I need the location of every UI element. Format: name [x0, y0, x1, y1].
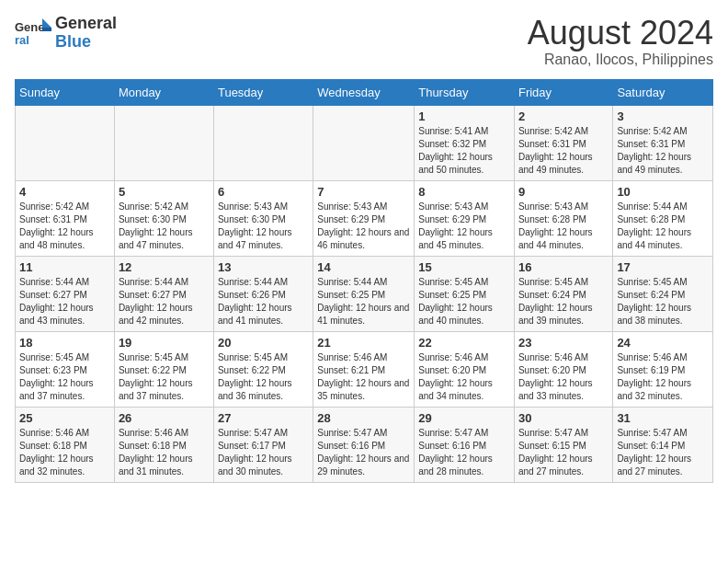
- day-info: Sunrise: 5:42 AM Sunset: 6:31 PM Dayligh…: [19, 201, 110, 252]
- day-info: Sunrise: 5:42 AM Sunset: 6:31 PM Dayligh…: [617, 125, 709, 177]
- day-number: 21: [317, 336, 410, 350]
- calendar-cell: 31Sunrise: 5:47 AM Sunset: 6:14 PM Dayli…: [613, 407, 713, 482]
- day-number: 31: [617, 411, 709, 425]
- calendar-cell: 4Sunrise: 5:42 AM Sunset: 6:31 PM Daylig…: [16, 180, 115, 256]
- svg-marker-2: [42, 18, 51, 28]
- calendar-cell: 14Sunrise: 5:44 AM Sunset: 6:25 PM Dayli…: [313, 256, 415, 331]
- calendar-cell: [313, 105, 415, 180]
- calendar-cell: 3Sunrise: 5:42 AM Sunset: 6:31 PM Daylig…: [613, 105, 713, 180]
- calendar-week-row: 4Sunrise: 5:42 AM Sunset: 6:31 PM Daylig…: [16, 180, 713, 256]
- day-number: 22: [418, 336, 510, 350]
- calendar-cell: 8Sunrise: 5:43 AM Sunset: 6:29 PM Daylig…: [415, 180, 515, 256]
- day-info: Sunrise: 5:41 AM Sunset: 6:32 PM Dayligh…: [418, 125, 510, 177]
- calendar-cell: 7Sunrise: 5:43 AM Sunset: 6:29 PM Daylig…: [313, 180, 415, 256]
- day-info: Sunrise: 5:44 AM Sunset: 6:27 PM Dayligh…: [19, 276, 110, 327]
- day-number: 18: [19, 336, 110, 350]
- day-info: Sunrise: 5:46 AM Sunset: 6:21 PM Dayligh…: [317, 351, 410, 403]
- calendar-cell: [213, 105, 313, 180]
- day-number: 24: [617, 336, 709, 350]
- calendar-cell: [16, 105, 115, 180]
- column-header-monday: Monday: [114, 79, 213, 105]
- calendar-week-row: 1Sunrise: 5:41 AM Sunset: 6:32 PM Daylig…: [16, 105, 713, 180]
- calendar-cell: 19Sunrise: 5:45 AM Sunset: 6:22 PM Dayli…: [114, 331, 213, 407]
- calendar-cell: 12Sunrise: 5:44 AM Sunset: 6:27 PM Dayli…: [114, 256, 213, 331]
- column-header-sunday: Sunday: [16, 79, 115, 105]
- page-subtitle: Ranao, Ilocos, Philippines: [528, 52, 713, 68]
- day-info: Sunrise: 5:43 AM Sunset: 6:28 PM Dayligh…: [518, 201, 609, 252]
- day-number: 23: [518, 336, 609, 350]
- calendar-cell: 24Sunrise: 5:46 AM Sunset: 6:19 PM Dayli…: [613, 331, 713, 407]
- calendar-cell: 30Sunrise: 5:47 AM Sunset: 6:15 PM Dayli…: [514, 407, 612, 482]
- day-info: Sunrise: 5:44 AM Sunset: 6:25 PM Dayligh…: [317, 276, 410, 327]
- day-number: 5: [119, 185, 210, 199]
- calendar-week-row: 25Sunrise: 5:46 AM Sunset: 6:18 PM Dayli…: [16, 407, 713, 482]
- calendar-table: SundayMondayTuesdayWednesdayThursdayFrid…: [15, 79, 713, 483]
- day-info: Sunrise: 5:47 AM Sunset: 6:14 PM Dayligh…: [617, 427, 709, 478]
- day-number: 11: [19, 260, 110, 274]
- column-header-friday: Friday: [514, 79, 612, 105]
- day-info: Sunrise: 5:42 AM Sunset: 6:30 PM Dayligh…: [119, 201, 210, 252]
- day-number: 1: [418, 109, 510, 123]
- calendar-week-row: 18Sunrise: 5:45 AM Sunset: 6:23 PM Dayli…: [16, 331, 713, 407]
- day-number: 16: [518, 260, 609, 274]
- day-info: Sunrise: 5:47 AM Sunset: 6:16 PM Dayligh…: [418, 427, 510, 478]
- day-info: Sunrise: 5:43 AM Sunset: 6:29 PM Dayligh…: [418, 201, 510, 252]
- calendar-cell: 21Sunrise: 5:46 AM Sunset: 6:21 PM Dayli…: [313, 331, 415, 407]
- day-info: Sunrise: 5:47 AM Sunset: 6:15 PM Dayligh…: [518, 427, 609, 478]
- day-number: 19: [119, 336, 210, 350]
- day-number: 4: [19, 185, 110, 199]
- day-info: Sunrise: 5:44 AM Sunset: 6:28 PM Dayligh…: [617, 201, 709, 252]
- day-number: 28: [317, 411, 410, 425]
- day-info: Sunrise: 5:47 AM Sunset: 6:17 PM Dayligh…: [218, 427, 309, 478]
- svg-text:Gene: Gene: [15, 20, 45, 34]
- day-number: 26: [119, 411, 210, 425]
- calendar-cell: 15Sunrise: 5:45 AM Sunset: 6:25 PM Dayli…: [415, 256, 515, 331]
- column-header-thursday: Thursday: [415, 79, 515, 105]
- day-info: Sunrise: 5:45 AM Sunset: 6:24 PM Dayligh…: [617, 276, 709, 327]
- calendar-week-row: 11Sunrise: 5:44 AM Sunset: 6:27 PM Dayli…: [16, 256, 713, 331]
- day-info: Sunrise: 5:42 AM Sunset: 6:31 PM Dayligh…: [518, 125, 609, 177]
- calendar-cell: 23Sunrise: 5:46 AM Sunset: 6:20 PM Dayli…: [514, 331, 612, 407]
- logo-general: General: [55, 14, 117, 32]
- day-info: Sunrise: 5:43 AM Sunset: 6:30 PM Dayligh…: [218, 201, 309, 252]
- calendar-cell: 26Sunrise: 5:46 AM Sunset: 6:18 PM Dayli…: [114, 407, 213, 482]
- calendar-cell: 29Sunrise: 5:47 AM Sunset: 6:16 PM Dayli…: [415, 407, 515, 482]
- calendar-cell: 5Sunrise: 5:42 AM Sunset: 6:30 PM Daylig…: [114, 180, 213, 256]
- day-info: Sunrise: 5:44 AM Sunset: 6:26 PM Dayligh…: [218, 276, 309, 327]
- logo-blue: Blue: [55, 32, 91, 51]
- column-header-tuesday: Tuesday: [213, 79, 313, 105]
- day-number: 10: [617, 185, 709, 199]
- calendar-cell: 27Sunrise: 5:47 AM Sunset: 6:17 PM Dayli…: [213, 407, 313, 482]
- day-info: Sunrise: 5:46 AM Sunset: 6:18 PM Dayligh…: [19, 427, 110, 478]
- day-number: 9: [518, 185, 609, 199]
- day-number: 3: [617, 109, 709, 123]
- logo-icon: Gene ral: [15, 17, 51, 50]
- header: Gene ral General Blue August 2024 Ranao,…: [15, 15, 713, 68]
- calendar-cell: 17Sunrise: 5:45 AM Sunset: 6:24 PM Dayli…: [613, 256, 713, 331]
- day-number: 27: [218, 411, 309, 425]
- day-info: Sunrise: 5:45 AM Sunset: 6:23 PM Dayligh…: [19, 351, 110, 403]
- calendar-header-row: SundayMondayTuesdayWednesdayThursdayFrid…: [16, 79, 713, 105]
- day-info: Sunrise: 5:46 AM Sunset: 6:19 PM Dayligh…: [617, 351, 709, 403]
- day-number: 13: [218, 260, 309, 274]
- calendar-cell: 9Sunrise: 5:43 AM Sunset: 6:28 PM Daylig…: [514, 180, 612, 256]
- logo: Gene ral General Blue: [15, 15, 117, 52]
- day-number: 29: [418, 411, 510, 425]
- day-info: Sunrise: 5:43 AM Sunset: 6:29 PM Dayligh…: [317, 201, 410, 252]
- calendar-cell: [114, 105, 213, 180]
- day-number: 30: [518, 411, 609, 425]
- page-title: August 2024: [528, 15, 713, 52]
- calendar-cell: 2Sunrise: 5:42 AM Sunset: 6:31 PM Daylig…: [514, 105, 612, 180]
- calendar-cell: 6Sunrise: 5:43 AM Sunset: 6:30 PM Daylig…: [213, 180, 313, 256]
- day-info: Sunrise: 5:45 AM Sunset: 6:22 PM Dayligh…: [119, 351, 210, 403]
- svg-text:ral: ral: [15, 33, 29, 47]
- day-info: Sunrise: 5:45 AM Sunset: 6:22 PM Dayligh…: [218, 351, 309, 403]
- day-number: 25: [19, 411, 110, 425]
- day-info: Sunrise: 5:44 AM Sunset: 6:27 PM Dayligh…: [119, 276, 210, 327]
- column-header-wednesday: Wednesday: [313, 79, 415, 105]
- calendar-cell: 16Sunrise: 5:45 AM Sunset: 6:24 PM Dayli…: [514, 256, 612, 331]
- calendar-cell: 10Sunrise: 5:44 AM Sunset: 6:28 PM Dayli…: [613, 180, 713, 256]
- calendar-cell: 28Sunrise: 5:47 AM Sunset: 6:16 PM Dayli…: [313, 407, 415, 482]
- day-number: 2: [518, 109, 609, 123]
- calendar-cell: 18Sunrise: 5:45 AM Sunset: 6:23 PM Dayli…: [16, 331, 115, 407]
